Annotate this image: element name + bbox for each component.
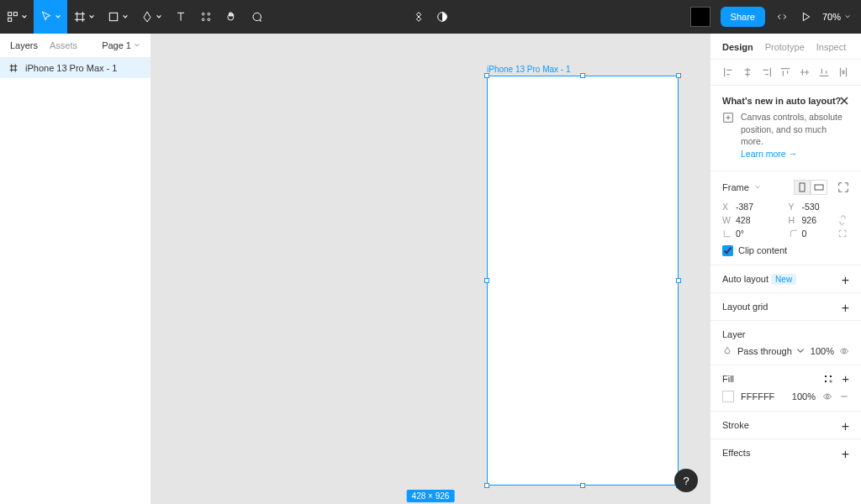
pen-tool[interactable] <box>135 0 168 34</box>
align-vcenter-icon[interactable] <box>799 66 811 78</box>
share-button[interactable]: Share <box>721 7 765 27</box>
section-autolayout: Auto layout New + <box>710 265 861 293</box>
stroke-title: Stroke <box>722 420 749 430</box>
visibility-icon[interactable] <box>839 346 849 356</box>
resize-handle-mr[interactable] <box>676 278 681 283</box>
clip-content-checkbox[interactable] <box>722 245 733 256</box>
left-panel-header: Layers Assets Page 1 <box>0 34 151 58</box>
whats-new-link[interactable]: Learn more → <box>741 149 797 159</box>
help-button[interactable]: ? <box>674 469 698 492</box>
close-icon[interactable] <box>839 96 849 106</box>
component-icon[interactable] <box>412 10 425 24</box>
link-dimensions-icon[interactable] <box>837 215 848 225</box>
distribute-icon[interactable] <box>837 66 849 78</box>
corner-value[interactable]: 0 <box>802 228 835 239</box>
main-menu-button[interactable] <box>0 0 34 34</box>
section-stroke: Stroke + <box>710 412 861 439</box>
fill-opacity[interactable]: 100% <box>792 391 816 402</box>
page-selector[interactable]: Page 1 <box>102 40 140 50</box>
resize-handle-tm[interactable] <box>580 73 585 78</box>
move-tool[interactable] <box>34 0 67 34</box>
new-badge: New <box>771 274 796 285</box>
tab-layers[interactable]: Layers <box>10 40 38 50</box>
x-value[interactable]: -387 <box>736 202 769 212</box>
chevron-down-icon <box>122 13 129 20</box>
align-hcenter-icon[interactable] <box>742 66 753 78</box>
resize-handle-tl[interactable] <box>484 73 489 78</box>
align-right-icon[interactable] <box>761 66 773 78</box>
comment-tool[interactable] <box>244 0 269 34</box>
align-top-icon[interactable] <box>779 66 791 78</box>
resize-handle-bm[interactable] <box>580 483 585 488</box>
add-stroke-button[interactable]: + <box>842 420 849 433</box>
resize-handle-bl[interactable] <box>484 483 489 488</box>
svg-point-5 <box>208 13 210 15</box>
style-icon[interactable] <box>823 374 833 384</box>
hand-icon <box>224 10 238 24</box>
add-fill-button[interactable]: + <box>842 374 849 384</box>
resize-handle-ml[interactable] <box>484 278 489 283</box>
chevron-down-icon <box>55 13 61 20</box>
svg-point-13 <box>825 375 827 377</box>
rotation-value[interactable]: 0° <box>736 228 769 239</box>
rectangle-icon <box>107 10 120 24</box>
mask-icon[interactable] <box>436 10 449 24</box>
add-layoutgrid-button[interactable]: + <box>842 302 849 315</box>
align-bottom-icon[interactable] <box>818 66 830 78</box>
section-frame: Frame X-387 Y-530 W428 H926 0° 0 <box>710 171 861 265</box>
tab-prototype[interactable]: Prototype <box>765 42 805 52</box>
svg-point-6 <box>202 18 204 21</box>
hand-tool[interactable] <box>219 0 244 34</box>
chevron-down-icon <box>88 13 95 20</box>
shape-tool[interactable] <box>101 0 135 34</box>
fit-icon[interactable] <box>837 181 849 193</box>
y-label: Y <box>789 202 799 212</box>
fill-swatch[interactable] <box>722 391 734 402</box>
dev-handoff-icon[interactable] <box>775 10 789 24</box>
svg-point-15 <box>825 381 827 382</box>
resize-landscape[interactable] <box>811 180 827 195</box>
tab-inspect[interactable]: Inspect <box>816 42 846 52</box>
resources-tool[interactable] <box>193 0 219 34</box>
frame-label[interactable]: iPhone 13 Pro Max - 1 <box>487 65 571 74</box>
tab-assets[interactable]: Assets <box>50 40 77 50</box>
x-label: X <box>722 202 732 212</box>
layer-opacity[interactable]: 100% <box>811 346 834 356</box>
independent-corners-icon[interactable] <box>837 228 848 239</box>
page-name: Page 1 <box>102 40 131 50</box>
text-icon <box>174 10 188 24</box>
add-autolayout-button[interactable]: + <box>842 274 849 287</box>
align-left-icon[interactable] <box>722 66 734 78</box>
selected-frame[interactable] <box>487 76 679 486</box>
fill-hex[interactable]: FFFFFF <box>741 391 774 402</box>
canvas[interactable]: iPhone 13 Pro Max - 1 428 × 926 ? <box>151 34 710 504</box>
dimensions-badge: 428 × 926 <box>407 490 455 502</box>
top-toolbar: Share 70% <box>0 0 861 34</box>
avatar[interactable] <box>690 7 710 27</box>
blend-mode-select[interactable]: Pass through <box>737 346 806 356</box>
autolayout-title: Auto layout <box>722 274 769 284</box>
layer-item-frame[interactable]: iPhone 13 Pro Max - 1 <box>0 58 151 78</box>
svg-rect-1 <box>13 13 17 16</box>
remove-fill-icon[interactable] <box>839 391 849 402</box>
resize-portrait[interactable] <box>794 180 811 195</box>
visibility-icon[interactable] <box>822 391 832 402</box>
frame-icon <box>8 63 18 73</box>
add-effect-button[interactable]: + <box>842 448 849 461</box>
y-value[interactable]: -530 <box>802 202 835 212</box>
move-cursor-icon <box>40 10 53 24</box>
svg-point-7 <box>208 18 210 21</box>
section-layoutgrid: Layout grid + <box>710 293 861 321</box>
text-tool[interactable] <box>168 0 193 34</box>
chevron-down-icon[interactable] <box>754 184 761 191</box>
tab-design[interactable]: Design <box>722 42 753 52</box>
resize-handle-tr[interactable] <box>676 73 681 78</box>
zoom-control[interactable]: 70% <box>822 12 851 22</box>
present-icon[interactable] <box>799 10 812 24</box>
h-value[interactable]: 926 <box>802 215 835 225</box>
layer-title: Layer <box>722 329 746 339</box>
zoom-value: 70% <box>822 12 841 22</box>
frame-tool[interactable] <box>67 0 101 34</box>
w-value[interactable]: 428 <box>736 215 769 225</box>
frame-section-title[interactable]: Frame <box>722 182 749 192</box>
